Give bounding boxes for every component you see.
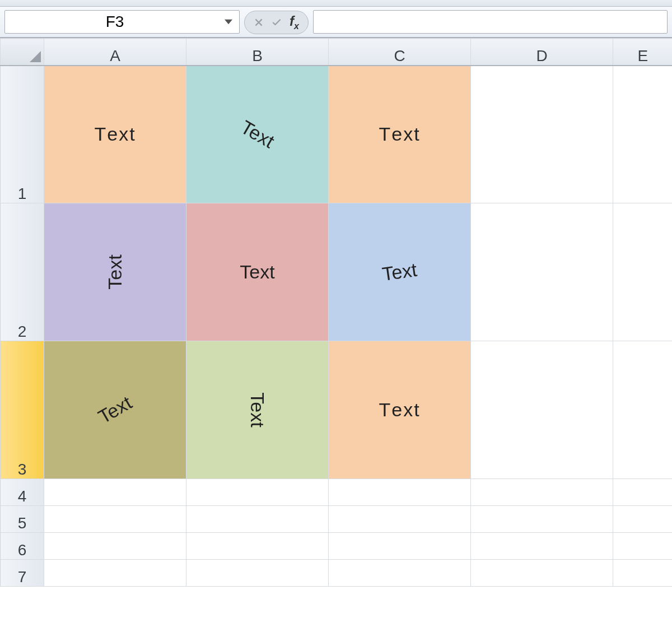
cancel-formula-button[interactable] [253, 16, 265, 29]
row-6: 6 [1, 533, 673, 560]
cell-C4[interactable] [329, 479, 471, 506]
cell-D2[interactable] [471, 203, 613, 341]
column-header-C[interactable]: C [329, 39, 471, 66]
x-icon [255, 18, 263, 26]
cell-B3-text: Text [189, 339, 326, 481]
column-header-D[interactable]: D [471, 39, 613, 66]
name-box-container [4, 10, 240, 34]
cell-B2[interactable]: Text [186, 203, 329, 341]
cell-B1-text: Text [162, 40, 353, 229]
check-icon [272, 18, 281, 26]
cell-C6[interactable] [329, 533, 471, 560]
enter-formula-button[interactable] [270, 16, 283, 29]
cell-B2-text: Text [186, 203, 328, 341]
cell-C3[interactable]: Text [329, 341, 471, 479]
cell-A5[interactable] [44, 506, 186, 533]
excel-window: fx A B C D E 1 Text [0, 0, 672, 641]
cell-A3-text: Text [20, 315, 211, 505]
formula-input[interactable] [313, 10, 668, 34]
row-1: 1 Text Text Text [1, 66, 673, 203]
cell-B4[interactable] [186, 479, 329, 506]
insert-function-button[interactable]: fx [288, 13, 300, 31]
cell-C2-text: Text [320, 194, 479, 350]
cell-E2[interactable] [613, 203, 673, 341]
cell-A2[interactable]: Text [44, 203, 186, 341]
cell-B5[interactable] [186, 506, 329, 533]
cell-A3[interactable]: Text [44, 341, 186, 479]
cell-D1[interactable] [471, 66, 613, 203]
formula-bar-buttons: fx [244, 11, 309, 34]
column-header-A[interactable]: A [44, 39, 186, 66]
cell-C1-text: Text [329, 66, 470, 203]
cell-C2[interactable]: Text [329, 203, 471, 341]
cell-E3[interactable] [613, 341, 673, 479]
select-all-corner[interactable] [1, 39, 44, 66]
cell-E6[interactable] [613, 533, 673, 560]
cell-E1[interactable] [613, 66, 673, 203]
cell-C7[interactable] [329, 560, 471, 587]
name-box-dropdown[interactable] [225, 18, 235, 26]
row-5: 5 [1, 506, 673, 533]
row-header-4[interactable]: 4 [1, 479, 44, 506]
cell-A2-text: Text [46, 201, 184, 343]
cell-D4[interactable] [471, 479, 613, 506]
cell-C3-text: Text [329, 341, 470, 479]
cell-D3[interactable] [471, 341, 613, 479]
chevron-down-icon [225, 18, 232, 26]
cell-D5[interactable] [471, 506, 613, 533]
cell-C5[interactable] [329, 506, 471, 533]
row-header-1[interactable]: 1 [1, 66, 44, 203]
column-header-row: A B C D E [1, 39, 673, 66]
row-header-5[interactable]: 5 [1, 506, 44, 533]
cell-E5[interactable] [613, 506, 673, 533]
cell-E4[interactable] [613, 479, 673, 506]
formula-bar-row: fx [0, 7, 672, 38]
cell-A1[interactable]: Text [44, 66, 186, 203]
cell-E7[interactable] [613, 560, 673, 587]
cell-B1[interactable]: Text [186, 66, 329, 203]
row-header-6[interactable]: 6 [1, 533, 44, 560]
row-7: 7 [1, 560, 673, 587]
column-header-E[interactable]: E [613, 39, 673, 66]
cell-A1-text: Text [44, 66, 186, 203]
cell-A6[interactable] [44, 533, 186, 560]
cell-B3[interactable]: Text [186, 341, 329, 479]
cell-A7[interactable] [44, 560, 186, 587]
row-header-7[interactable]: 7 [1, 560, 44, 587]
cell-B7[interactable] [186, 560, 329, 587]
cell-B6[interactable] [186, 533, 329, 560]
ribbon-bottom-edge [0, 0, 672, 7]
cell-D7[interactable] [471, 560, 613, 587]
sheet-table: A B C D E 1 Text Text Text [0, 38, 672, 587]
name-box[interactable] [5, 13, 225, 31]
row-header-2[interactable]: 2 [1, 203, 44, 341]
spreadsheet-grid[interactable]: A B C D E 1 Text Text Text [0, 38, 672, 641]
row-2: 2 Text Text Text [1, 203, 673, 341]
row-3: 3 Text Text Text [1, 341, 673, 479]
cell-C1[interactable]: Text [329, 66, 471, 203]
cell-D6[interactable] [471, 533, 613, 560]
